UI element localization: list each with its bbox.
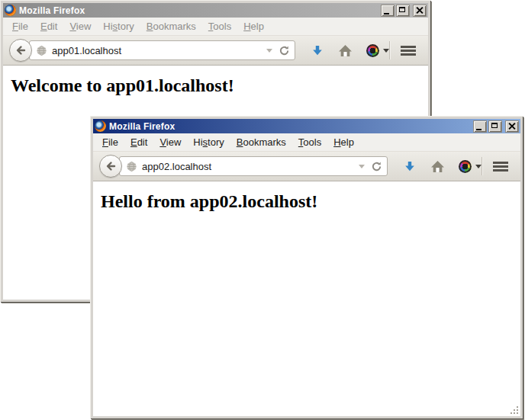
home-icon <box>338 44 353 57</box>
url-dropdown-icon[interactable] <box>359 165 365 168</box>
url-text: app01.localhost <box>52 45 263 56</box>
toolbar-separator <box>389 41 390 59</box>
page-heading: Hello from app02.localhost! <box>101 191 520 212</box>
maximize-icon <box>491 123 498 128</box>
url-dropdown-icon[interactable] <box>266 49 272 53</box>
resize-grip[interactable] <box>510 406 519 415</box>
back-arrow-icon <box>14 44 27 56</box>
minimize-button[interactable] <box>473 120 487 133</box>
firefox-icon <box>5 5 16 16</box>
back-button[interactable] <box>99 155 122 178</box>
menu-bookmarks[interactable]: Bookmarks <box>140 19 202 34</box>
window-controls <box>472 120 519 133</box>
minimize-icon <box>384 13 389 14</box>
reload-button[interactable] <box>279 45 290 56</box>
back-button[interactable] <box>9 39 32 62</box>
home-icon <box>430 160 445 173</box>
downloads-button[interactable] <box>311 44 324 57</box>
page-heading: Welcome to app01.localhost! <box>11 75 428 96</box>
extension-button[interactable] <box>366 44 389 57</box>
close-icon <box>507 122 516 130</box>
titlebar[interactable]: Mozilla Firefox <box>93 119 520 133</box>
menu-tools[interactable]: Tools <box>202 19 237 34</box>
window-title: Mozilla Firefox <box>19 5 379 16</box>
titlebar[interactable]: Mozilla Firefox <box>3 3 428 18</box>
nav-toolbar: app01.localhost <box>3 36 428 66</box>
globe-icon <box>36 45 47 56</box>
window-controls <box>379 5 427 17</box>
extension-icon <box>366 44 379 57</box>
back-arrow-icon <box>105 160 117 172</box>
desktop: Mozilla Firefox File Edit View History B… <box>0 0 525 420</box>
minimize-button[interactable] <box>381 5 395 17</box>
extension-icon <box>459 160 472 173</box>
close-icon <box>415 6 424 14</box>
menu-history[interactable]: History <box>97 19 140 34</box>
menu-hamburger-button[interactable] <box>493 162 508 172</box>
menu-history[interactable]: History <box>187 135 230 149</box>
close-button[interactable] <box>413 5 427 17</box>
chevron-down-icon <box>475 165 482 168</box>
menu-edit[interactable]: Edit <box>124 135 153 149</box>
url-bar[interactable]: app01.localhost <box>29 40 295 60</box>
menu-view[interactable]: View <box>153 135 187 149</box>
menu-edit[interactable]: Edit <box>34 19 63 34</box>
home-button[interactable] <box>338 44 353 57</box>
menu-file[interactable]: File <box>96 135 124 149</box>
home-button[interactable] <box>430 160 445 173</box>
chevron-down-icon <box>383 49 389 53</box>
firefox-window-app02: Mozilla Firefox File Edit View History B… <box>90 116 523 418</box>
reload-icon <box>371 161 382 172</box>
menu-help[interactable]: Help <box>237 19 270 34</box>
reload-icon <box>279 45 290 56</box>
page-content: Hello from app02.localhost! <box>93 181 520 416</box>
downloads-button[interactable] <box>403 160 417 173</box>
menu-tools[interactable]: Tools <box>292 135 327 149</box>
url-bar[interactable]: app02.localhost <box>119 156 388 176</box>
minimize-icon <box>476 129 482 130</box>
firefox-icon <box>95 120 106 132</box>
toolbar-separator <box>482 157 482 175</box>
menu-file[interactable]: File <box>6 19 34 34</box>
menubar: File Edit View History Bookmarks Tools H… <box>3 18 428 36</box>
menu-hamburger-button[interactable] <box>401 46 416 56</box>
maximize-button[interactable] <box>488 120 502 133</box>
globe-icon <box>126 161 137 172</box>
menu-help[interactable]: Help <box>327 135 360 149</box>
download-arrow-icon <box>311 44 324 57</box>
download-arrow-icon <box>403 160 417 173</box>
menu-bookmarks[interactable]: Bookmarks <box>230 135 292 149</box>
reload-button[interactable] <box>371 161 382 172</box>
menubar: File Edit View History Bookmarks Tools H… <box>93 133 520 152</box>
close-button[interactable] <box>505 120 519 133</box>
maximize-button[interactable] <box>396 5 410 17</box>
menu-view[interactable]: View <box>63 19 97 34</box>
maximize-icon <box>399 7 405 12</box>
window-title: Mozilla Firefox <box>109 121 472 132</box>
extension-button[interactable] <box>459 160 482 173</box>
nav-toolbar: app02.localhost <box>93 152 520 181</box>
url-text: app02.localhost <box>142 161 356 172</box>
